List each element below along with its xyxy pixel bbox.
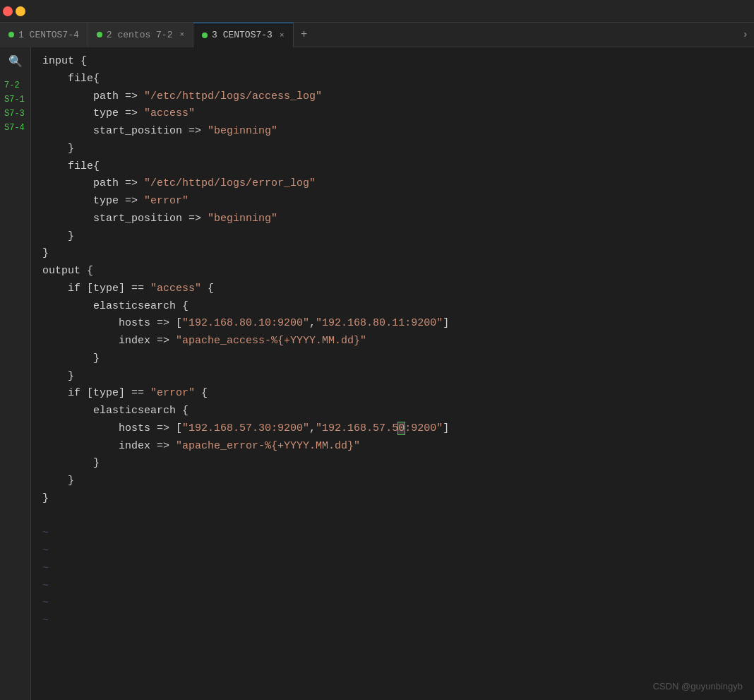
tab-dot: [97, 32, 102, 37]
code-line: elasticsearch {: [42, 403, 743, 420]
tab-label: 1 CENTOS7-4: [18, 30, 79, 40]
tab-close-icon[interactable]: ×: [179, 30, 184, 39]
tab-dot: [8, 32, 14, 37]
sidebar-item-s74[interactable]: S7-4: [0, 121, 30, 135]
code-line: elasticsearch {: [42, 298, 743, 316]
code-line: }: [42, 350, 743, 368]
main-area: 🔍 7-2 S7-1 S7-3 S7-4 input { file{ path …: [0, 47, 754, 700]
tilde-line: ~: [42, 578, 743, 595]
minimize-button[interactable]: −: [16, 6, 25, 16]
tab-centos7-3[interactable]: 3 CENTOS7-3 ×: [193, 23, 293, 47]
sidebar-item-s71[interactable]: S7-1: [0, 93, 30, 107]
search-icon[interactable]: 🔍: [7, 53, 24, 70]
window-controls[interactable]: × −: [3, 6, 25, 16]
close-button[interactable]: ×: [3, 6, 13, 16]
code-line: path => "/etc/httpd/logs/access_log": [42, 88, 743, 106]
code-line: start_position => "beginning": [42, 210, 743, 228]
watermark: CSDN @guyunbingyb: [653, 681, 743, 692]
tilde-line: ~: [42, 525, 743, 542]
tab-centos7-4[interactable]: 1 CENTOS7-4: [0, 23, 88, 47]
code-line: }: [42, 245, 743, 263]
code-line: output {: [42, 263, 743, 280]
tab-label: 3 CENTOS7-3: [212, 30, 273, 40]
new-tab-button[interactable]: +: [294, 23, 315, 47]
code-content: input { file{ path => "/etc/httpd/logs/a…: [31, 53, 754, 630]
code-line: }: [42, 473, 743, 490]
code-line: index => "apache_access-%{+YYYY.MM.dd}": [42, 333, 743, 350]
code-line: type => "access": [42, 105, 743, 123]
code-line: index => "apache_error-%{+YYYY.MM.dd}": [42, 438, 743, 456]
code-line: hosts => ["192.168.80.10:9200","192.168.…: [42, 315, 743, 333]
code-line: type => "error": [42, 193, 743, 210]
code-line: start_position => "beginning": [42, 123, 743, 141]
tilde-line: ~: [42, 612, 743, 630]
code-line: file{: [42, 158, 743, 176]
code-line: path => "/etc/httpd/logs/error_log": [42, 175, 743, 193]
sidebar-items: 7-2 S7-1 S7-3 S7-4: [0, 78, 30, 135]
editor[interactable]: input { file{ path => "/etc/httpd/logs/a…: [31, 47, 754, 700]
tab-dot: [202, 32, 208, 38]
code-line: }: [42, 455, 743, 473]
title-bar: × −: [0, 0, 754, 23]
code-line: input {: [42, 53, 743, 71]
tab-label: 2 centos 7-2: [107, 30, 173, 40]
code-line: }: [42, 368, 743, 386]
code-line: if [type] == "error" {: [42, 385, 743, 403]
sidebar-item-72[interactable]: 7-2: [0, 78, 30, 93]
code-line: }: [42, 141, 743, 158]
tab-scroll-arrow[interactable]: ›: [737, 29, 754, 40]
sidebar-item-s73[interactable]: S7-3: [0, 107, 30, 121]
code-line: }: [42, 490, 743, 508]
code-line: if [type] == "access" {: [42, 280, 743, 298]
code-line: hosts => ["192.168.57.30:9200","192.168.…: [42, 420, 743, 438]
code-line: [42, 508, 743, 526]
tilde-line: ~: [42, 560, 743, 578]
tabs-bar: 1 CENTOS7-4 2 centos 7-2 × 3 CENTOS7-3 ×…: [0, 23, 754, 47]
code-line: }: [42, 228, 743, 246]
tilde-line: ~: [42, 595, 743, 612]
tilde-line: ~: [42, 542, 743, 560]
tab-centos7-2[interactable]: 2 centos 7-2 ×: [88, 23, 193, 47]
tab-close-icon[interactable]: ×: [280, 31, 285, 40]
sidebar: 🔍 7-2 S7-1 S7-3 S7-4: [0, 47, 31, 700]
code-line: file{: [42, 71, 743, 88]
